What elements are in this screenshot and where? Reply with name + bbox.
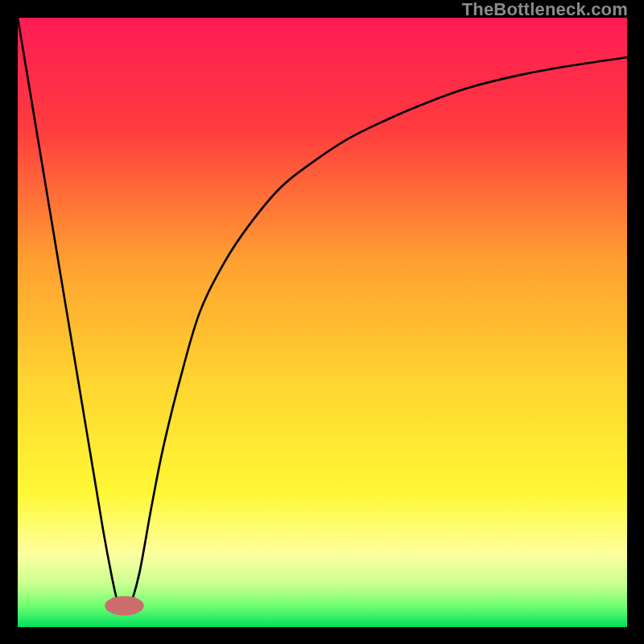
gradient-background bbox=[18, 18, 627, 627]
bottleneck-chart bbox=[18, 18, 627, 627]
chart-frame: TheBottleneck.com bbox=[0, 0, 644, 644]
watermark-text: TheBottleneck.com bbox=[462, 0, 628, 19]
optimal-point-marker bbox=[105, 596, 143, 615]
